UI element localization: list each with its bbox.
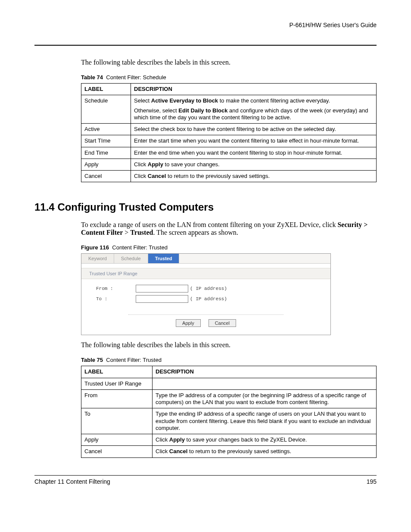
table-75-title: Content Filter: Trusted — [106, 357, 162, 363]
table-74-number: Table 74 — [81, 74, 103, 81]
cell-label: Active — [81, 124, 131, 135]
row-from: From : ( IP address) — [81, 283, 330, 294]
cell-description: Click Apply to save your changes back to… — [153, 434, 377, 446]
from-ip-input[interactable] — [136, 285, 188, 292]
cell-label: From — [81, 389, 153, 408]
intro-paragraph-1: The following table describes the labels… — [81, 59, 377, 66]
apply-button[interactable]: Apply — [176, 319, 201, 327]
table-74-title: Content Filter: Schedule — [106, 74, 166, 81]
tab-keyword[interactable]: Keyword — [81, 254, 114, 263]
cancel-button[interactable]: Cancel — [209, 319, 236, 327]
figure-116-title: Content Filter: Trusted — [112, 244, 168, 251]
footer-page-number: 195 — [367, 478, 377, 485]
table-75: LABEL DESCRIPTION Trusted User IP Range … — [81, 366, 377, 457]
to-label: To : — [96, 296, 136, 302]
row-to: To : ( IP address) — [81, 294, 330, 304]
table-row: Cancel Click Cancel to return to the pre… — [81, 446, 377, 457]
table-row: To Type the ending IP address of a speci… — [81, 408, 377, 434]
panel-section-title: Trusted User IP Range — [81, 268, 330, 279]
cell-description: Type the IP address of a computer (or th… — [153, 389, 377, 408]
cell-description: Select Active Everyday to Block to make … — [131, 95, 377, 124]
table-74: LABEL DESCRIPTION Schedule Select Active… — [81, 83, 377, 182]
table-row: Trusted User IP Range — [81, 378, 377, 389]
cell-label: Cancel — [81, 171, 131, 182]
cell-label: To — [81, 408, 153, 434]
to-ip-hint: ( IP address) — [190, 296, 227, 302]
cell-description: Enter the start time when you want the c… — [131, 135, 377, 147]
header-rule — [34, 45, 377, 46]
table-row: Schedule Select Active Everyday to Block… — [81, 95, 377, 124]
button-bar: Apply Cancel — [128, 314, 283, 327]
table-row: From Type the IP address of a computer (… — [81, 389, 377, 408]
cell-description: Click Cancel to return to the previously… — [131, 171, 377, 182]
to-ip-input[interactable] — [136, 295, 188, 303]
tabs-bar: Keyword Schedule Trusted — [81, 254, 330, 264]
tab-trusted[interactable]: Trusted — [148, 254, 180, 263]
section-heading-11-4: 11.4 Configuring Trusted Computers — [34, 201, 377, 213]
table-75-number: Table 75 — [81, 357, 103, 363]
cell-label: Cancel — [81, 446, 153, 457]
cell-description: Type the ending IP address of a specific… — [153, 408, 377, 434]
cell-label: End Time — [81, 147, 131, 159]
table-75-header-description: DESCRIPTION — [153, 366, 377, 378]
table-row: Active Select the check box to have the … — [81, 124, 377, 135]
figure-116-number: Figure 116 — [81, 244, 109, 251]
cell-description: Select the check box to have the content… — [131, 124, 377, 135]
cell-description: Enter the end time when you want the con… — [131, 147, 377, 159]
footer-chapter: Chapter 11 Content Filtering — [34, 478, 110, 485]
from-ip-hint: ( IP address) — [190, 286, 227, 291]
table-74-header-label: LABEL — [81, 84, 131, 95]
cell-description: Click Apply to save your changes. — [131, 159, 377, 170]
intro-paragraph-2: The following table describes the labels… — [81, 341, 377, 349]
cell-label: Start TIme — [81, 135, 131, 147]
table-74-header-description: DESCRIPTION — [131, 84, 377, 95]
table-75-header-label: LABEL — [81, 366, 153, 378]
cell-label: Trusted User IP Range — [81, 378, 153, 389]
figure-116-screenshot: Keyword Schedule Trusted Trusted User IP… — [81, 253, 331, 335]
table-row: Apply Click Apply to save your changes b… — [81, 434, 377, 446]
cell-description — [153, 378, 377, 389]
tab-schedule[interactable]: Schedule — [114, 254, 148, 263]
figure-116-caption: Figure 116 Content Filter: Trusted — [81, 244, 377, 251]
running-header: P-661H/HW Series User's Guide — [34, 22, 377, 32]
table-row: Apply Click Apply to save your changes. — [81, 159, 377, 170]
table-row: Start TIme Enter the start time when you… — [81, 135, 377, 147]
table-75-caption: Table 75 Content Filter: Trusted — [81, 357, 377, 363]
footer-rule — [34, 475, 377, 476]
running-footer: Chapter 11 Content Filtering 195 — [34, 478, 377, 485]
table-74-caption: Table 74 Content Filter: Schedule — [81, 74, 377, 81]
from-label: From : — [96, 286, 136, 291]
cell-description: Click Cancel to return to the previously… — [153, 446, 377, 457]
cell-label: Apply — [81, 434, 153, 446]
cell-label: Apply — [81, 159, 131, 170]
section-paragraph: To exclude a range of users on the LAN f… — [81, 221, 377, 236]
cell-label: Schedule — [81, 95, 131, 124]
table-row: End Time Enter the end time when you wan… — [81, 147, 377, 159]
table-row: Cancel Click Cancel to return to the pre… — [81, 171, 377, 182]
